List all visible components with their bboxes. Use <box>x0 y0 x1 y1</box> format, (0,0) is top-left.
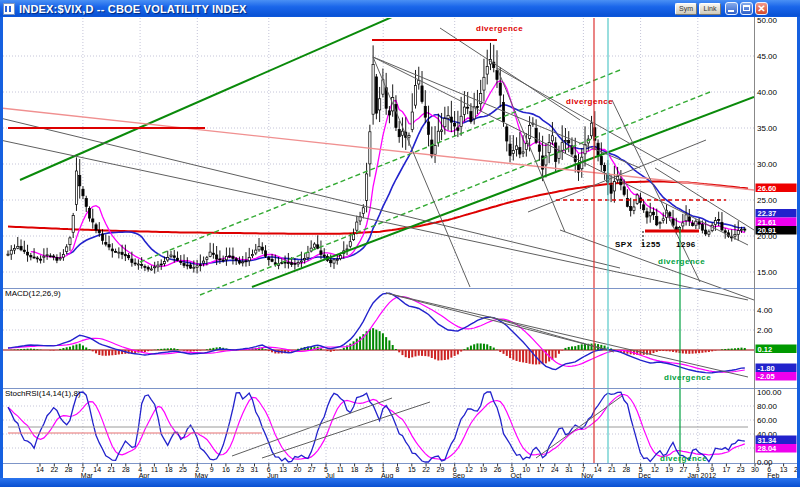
svg-text:28.04: 28.04 <box>758 444 778 453</box>
svg-text:15: 15 <box>408 466 416 473</box>
axis-highlight-label: -2.05 <box>756 372 797 381</box>
svg-text:14: 14 <box>594 466 602 473</box>
svg-text:8: 8 <box>396 466 400 473</box>
svg-text:30.00: 30.00 <box>757 160 778 169</box>
svg-text:10: 10 <box>522 466 530 473</box>
title-bar[interactable]: INDEX:$VIX,D -- CBOE VOLATILITY INDEX Sy… <box>0 0 800 17</box>
svg-text:18: 18 <box>351 466 359 473</box>
svg-text:22: 22 <box>50 466 58 473</box>
minimize-icon <box>728 10 734 12</box>
window-border-left <box>0 17 3 478</box>
svg-text:13: 13 <box>279 466 287 473</box>
link-button[interactable]: Link <box>699 3 721 15</box>
svg-text:12: 12 <box>651 466 659 473</box>
svg-text:13: 13 <box>780 466 788 473</box>
app-window: divergencedivergenceSPX12551296divergenc… <box>0 0 800 487</box>
app-icon <box>3 3 15 15</box>
annotation-divergence: divergence <box>664 373 711 382</box>
window-border-bottom <box>0 478 800 487</box>
svg-text:17: 17 <box>723 466 731 473</box>
svg-text:11: 11 <box>151 466 158 473</box>
svg-text:50.00: 50.00 <box>757 16 778 25</box>
svg-text:18: 18 <box>165 466 173 473</box>
svg-text:40.00: 40.00 <box>757 88 778 97</box>
svg-text:9: 9 <box>210 466 214 473</box>
svg-text:100.00: 100.00 <box>757 388 782 397</box>
maximize-button[interactable] <box>740 2 753 15</box>
svg-text:4.00: 4.00 <box>757 306 773 315</box>
axis-highlight-label: 26.60 <box>756 184 797 193</box>
svg-text:19: 19 <box>665 466 673 473</box>
svg-text:30: 30 <box>751 466 759 473</box>
minimize-button[interactable] <box>725 2 738 15</box>
annotation-divergence: divergence <box>660 454 707 463</box>
svg-text:29: 29 <box>437 466 445 473</box>
svg-text:31: 31 <box>565 466 573 473</box>
svg-text:26.60: 26.60 <box>758 184 777 193</box>
svg-text:35.00: 35.00 <box>757 124 778 133</box>
svg-text:20.91: 20.91 <box>758 226 777 235</box>
svg-text:28: 28 <box>122 466 130 473</box>
svg-text:25.00: 25.00 <box>757 196 778 205</box>
svg-text:20: 20 <box>294 466 302 473</box>
svg-text:27: 27 <box>680 466 688 473</box>
svg-text:24: 24 <box>551 466 559 473</box>
svg-text:23: 23 <box>236 466 244 473</box>
svg-text:21: 21 <box>608 466 616 473</box>
sym-button[interactable]: Sym <box>675 3 697 15</box>
titlebar-buttons: Sym Link ✕ <box>675 2 768 15</box>
axis-highlight-label: 0.12 <box>756 345 797 354</box>
svg-text:23: 23 <box>737 466 745 473</box>
svg-text:26: 26 <box>494 466 502 473</box>
svg-text:28: 28 <box>65 466 73 473</box>
svg-text:11: 11 <box>337 466 344 473</box>
svg-text:-2.05: -2.05 <box>758 372 775 381</box>
svg-text:0.12: 0.12 <box>758 345 773 354</box>
annotation-divergence: divergence <box>476 24 523 33</box>
close-icon: ✕ <box>756 2 767 15</box>
svg-text:14: 14 <box>93 466 101 473</box>
svg-text:45.00: 45.00 <box>757 52 778 61</box>
annotation-spx: SPX <box>615 240 633 249</box>
svg-text:80.00: 80.00 <box>757 402 778 411</box>
svg-text:14: 14 <box>36 466 44 473</box>
svg-text:16: 16 <box>222 466 230 473</box>
annotation-divergence: divergence <box>566 97 613 106</box>
svg-text:2.00: 2.00 <box>757 326 773 335</box>
maximize-icon <box>743 5 750 11</box>
annotation-1296: 1296 <box>676 240 696 249</box>
svg-text:21: 21 <box>108 466 116 473</box>
axis-highlight-label: 20.91 <box>756 226 797 235</box>
chart-canvas[interactable]: divergencedivergenceSPX12551296divergenc… <box>0 0 800 487</box>
svg-text:60.00: 60.00 <box>757 416 778 425</box>
svg-text:28: 28 <box>622 466 630 473</box>
svg-text:17: 17 <box>537 466 545 473</box>
axis-highlight-label: 28.04 <box>756 444 797 453</box>
svg-text:22: 22 <box>422 466 430 473</box>
svg-text:25: 25 <box>365 466 373 473</box>
stoch-label: StochRSI(14,14(1),8) <box>5 389 81 398</box>
close-button[interactable]: ✕ <box>755 2 768 15</box>
svg-text:15.00: 15.00 <box>757 268 778 277</box>
svg-text:19: 19 <box>479 466 487 473</box>
window-title: INDEX:$VIX,D -- CBOE VOLATILITY INDEX <box>19 3 247 15</box>
annotation-divergence: divergence <box>658 257 705 266</box>
annotation-1255: 1255 <box>641 240 661 249</box>
svg-text:31: 31 <box>251 466 259 473</box>
svg-text:12: 12 <box>465 466 473 473</box>
macd-label: MACD(12,26,9) <box>5 289 61 298</box>
svg-text:25: 25 <box>179 466 187 473</box>
svg-text:27: 27 <box>308 466 316 473</box>
